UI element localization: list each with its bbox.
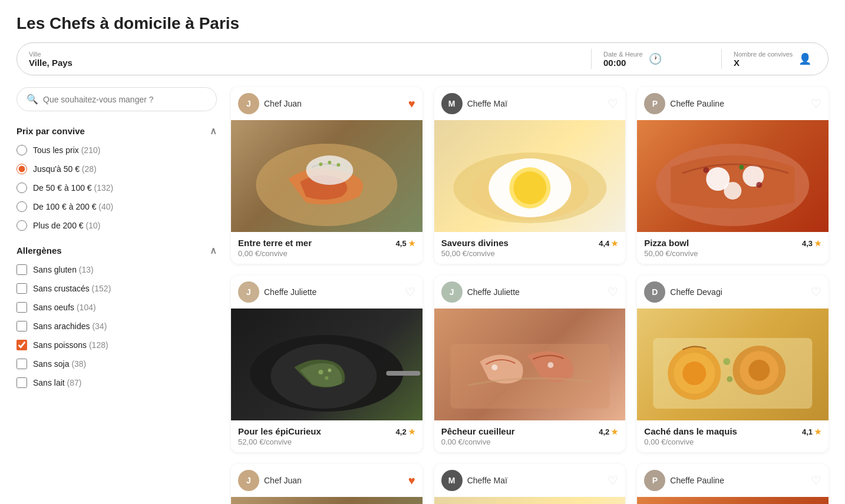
svg-point-21 xyxy=(325,376,328,380)
allergen-gluten[interactable]: Sans gluten (13) xyxy=(16,264,217,275)
allergen-gluten-label: Sans gluten (13) xyxy=(33,265,94,274)
price-option-under50-label: Jusqu'à 50 € (28) xyxy=(33,164,97,174)
allergens-chevron-icon[interactable]: ∧ xyxy=(210,245,217,256)
allergen-soja[interactable]: Sans soja (38) xyxy=(16,359,217,369)
sidebar-search-icon: 🔍 xyxy=(27,94,38,105)
card-7[interactable]: M Cheffe Maï ♡ Saveurs divines 50,00 €/c… xyxy=(434,464,626,504)
favorite-icon-2[interactable]: ♡ xyxy=(811,97,821,111)
allergen-oeufs[interactable]: Sans oeufs (104) xyxy=(16,302,217,313)
city-input[interactable]: Ville, Pays xyxy=(29,58,579,68)
price-option-over200-label: Plus de 200 € (10) xyxy=(33,221,100,230)
rating-1: 4,4 ★ xyxy=(599,239,618,248)
price-filter-section: Prix par convive ∧ Tous les prix (210) J… xyxy=(16,125,217,231)
allergen-crustaces[interactable]: Sans crustacés (152) xyxy=(16,283,217,294)
dish-name-4: Pêcheur cueilleur xyxy=(441,426,515,436)
allergen-lait[interactable]: Sans lait (87) xyxy=(16,377,217,388)
card-header-1: M Cheffe Maï ♡ xyxy=(434,87,626,120)
rating-3: 4,2 ★ xyxy=(396,427,415,436)
price-filter-header: Prix par convive ∧ xyxy=(16,125,217,137)
card-5[interactable]: D Cheffe Devagi ♡ Caché dans le maquis 0… xyxy=(637,276,829,452)
price-radio-group: Tous les prix (210) Jusqu'à 50 € (28) De… xyxy=(16,145,217,231)
card-footer-4: Pêcheur cueilleur 0,00 €/convive 4,2 ★ xyxy=(434,420,626,452)
card-header-5: D Cheffe Devagi ♡ xyxy=(637,276,829,309)
chef-avatar-2: P xyxy=(644,93,665,114)
datetime-field[interactable]: Date & Heure 00:00 🕐 xyxy=(592,43,721,75)
favorite-icon-3[interactable]: ♡ xyxy=(405,285,415,299)
chef-avatar-4: J xyxy=(441,281,463,303)
favorite-icon-6[interactable]: ♥ xyxy=(408,474,415,488)
food-svg-6 xyxy=(231,497,422,504)
price-filter-label: Prix par convive xyxy=(16,126,85,136)
sidebar-search-input[interactable] xyxy=(43,95,207,104)
favorite-icon-4[interactable]: ♡ xyxy=(608,285,618,299)
favorite-icon-0[interactable]: ♥ xyxy=(408,97,415,111)
guests-label: Nombre de convives xyxy=(734,51,793,58)
price-chevron-icon[interactable]: ∧ xyxy=(210,125,217,137)
dish-price-4: 0,00 €/convive xyxy=(441,437,515,446)
chef-avatar-3: J xyxy=(238,281,259,303)
price-option-100to200-label: De 100 € à 200 € (40) xyxy=(33,202,113,211)
card-0[interactable]: J Chef Juan ♥ Entre terre et mer 0,00 €/… xyxy=(231,87,422,264)
allergen-poissons-label: Sans poissons (128) xyxy=(33,340,108,350)
card-image-7 xyxy=(434,497,626,504)
chef-name-2: Cheffe Pauline xyxy=(670,99,724,108)
allergen-arachides[interactable]: Sans arachides (34) xyxy=(16,321,217,331)
dish-name-3: Pour les épiCurieux xyxy=(238,426,321,436)
card-image-2 xyxy=(637,120,829,232)
card-image-3 xyxy=(231,309,422,420)
chef-name-6: Chef Juan xyxy=(264,476,302,485)
card-header-7: M Cheffe Maï ♡ xyxy=(434,464,626,497)
star-icon-0: ★ xyxy=(408,239,415,248)
price-option-50to100[interactable]: De 50 € à 100 € (132) xyxy=(16,183,217,193)
rating-5: 4,1 ★ xyxy=(802,427,821,436)
price-option-over200[interactable]: Plus de 200 € (10) xyxy=(16,220,217,231)
card-4[interactable]: J Cheffe Juliette ♡ Pêcheur cueilleur 0,… xyxy=(434,276,626,452)
allergen-poissons[interactable]: Sans poissons (128) xyxy=(16,340,217,350)
favorite-icon-1[interactable]: ♡ xyxy=(608,97,618,111)
card-1[interactable]: M Cheffe Maï ♡ Saveurs divines 50,00 €/c… xyxy=(434,87,626,264)
dish-name-0: Entre terre et mer xyxy=(238,238,312,248)
favorite-icon-5[interactable]: ♡ xyxy=(811,285,821,299)
dish-price-2: 50,00 €/convive xyxy=(644,249,698,258)
svg-point-32 xyxy=(724,358,731,365)
rating-2: 4,3 ★ xyxy=(802,239,821,248)
svg-point-13 xyxy=(724,182,742,200)
card-6[interactable]: J Chef Juan ♥ Entre terre et mer 0,00 €/… xyxy=(231,464,422,504)
allergen-arachides-label: Sans arachides (34) xyxy=(33,321,107,331)
price-option-100to200[interactable]: De 100 € à 200 € (40) xyxy=(16,201,217,212)
sidebar-search-box[interactable]: 🔍 xyxy=(16,87,217,111)
chef-avatar-1: M xyxy=(441,93,463,114)
allergen-lait-label: Sans lait (87) xyxy=(33,378,82,387)
allergen-crustaces-label: Sans crustacés (152) xyxy=(33,284,111,293)
favorite-icon-8[interactable]: ♡ xyxy=(811,473,821,488)
allergens-checkbox-group: Sans gluten (13) Sans crustacés (152) Sa… xyxy=(16,264,217,388)
chef-name-8: Cheffe Pauline xyxy=(670,476,724,485)
card-3[interactable]: J Cheffe Juliette ♡ Pour les épiCurieux … xyxy=(231,276,422,452)
chef-avatar-7: M xyxy=(441,470,463,491)
dish-price-0: 0,00 €/convive xyxy=(238,249,312,258)
card-footer-1: Saveurs divines 50,00 €/convive 4,4 ★ xyxy=(434,232,626,264)
card-image-0 xyxy=(231,120,422,232)
svg-point-31 xyxy=(749,360,770,381)
card-8[interactable]: P Cheffe Pauline ♡ Pizza bowl 50,00 €/co… xyxy=(637,464,829,504)
card-image-8 xyxy=(637,497,829,504)
svg-point-19 xyxy=(318,370,323,374)
svg-point-23 xyxy=(491,364,497,370)
chef-avatar-5: D xyxy=(644,281,665,303)
guests-field[interactable]: Nombre de convives X 👤 xyxy=(722,43,828,75)
city-field[interactable]: Ville Ville, Pays xyxy=(17,43,591,75)
star-icon-5: ★ xyxy=(814,427,821,436)
rating-0: 4,5 ★ xyxy=(396,239,415,248)
card-image-6 xyxy=(231,497,422,504)
card-image-1 xyxy=(434,120,626,232)
rating-4: 4,2 ★ xyxy=(599,427,618,436)
card-footer-2: Pizza bowl 50,00 €/convive 4,3 ★ xyxy=(637,232,829,264)
star-icon-2: ★ xyxy=(814,239,821,248)
card-2[interactable]: P Cheffe Pauline ♡ Pizza bowl 50,00 €/co… xyxy=(637,87,829,264)
price-option-under50[interactable]: Jusqu'à 50 € (28) xyxy=(16,164,217,174)
price-option-all[interactable]: Tous les prix (210) xyxy=(16,145,217,155)
favorite-icon-7[interactable]: ♡ xyxy=(608,473,618,488)
card-header-4: J Cheffe Juliette ♡ xyxy=(434,276,626,309)
allergen-oeufs-label: Sans oeufs (104) xyxy=(33,303,96,312)
guests-value: X xyxy=(734,58,793,68)
